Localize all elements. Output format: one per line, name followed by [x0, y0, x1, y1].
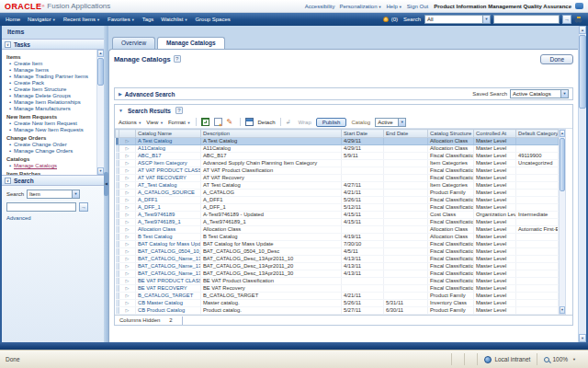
table-row[interactable]: ▷A_Test9746189_1A_Test9746189_14/15/11Fi…: [116, 219, 559, 226]
table-row[interactable]: ▷Allocation ClassAllocation ClassAllocat…: [116, 226, 559, 234]
scroll-thumb[interactable]: [560, 138, 565, 191]
catalog-name-link[interactable]: BAT_CATALOG_Name_13Apr...: [136, 263, 201, 270]
task-link-manage-manufacturers[interactable]: Manage Manufacturers: [14, 106, 94, 111]
catalog-name-link[interactable]: A Test Catalog: [136, 138, 201, 145]
nav-item-group-spaces[interactable]: Group Spaces: [195, 17, 230, 22]
actions-menu[interactable]: Actions ▼: [119, 120, 141, 125]
row-expander-icon[interactable]: ▷: [119, 234, 136, 241]
collapse-icon[interactable]: ∨: [5, 41, 11, 48]
catalog-name-link[interactable]: B_CATALOG_TARGET: [136, 293, 201, 300]
publish-button[interactable]: Publish: [316, 118, 347, 127]
row-expander-icon[interactable]: ▷: [119, 263, 136, 270]
catalog-name-link[interactable]: BAT_CATALOG_Name_13Apr...: [136, 256, 201, 263]
table-row[interactable]: ▷B_CATALOG_TARGETB_CATALOG_TARGET4/21/11…: [116, 293, 559, 300]
row-expander-icon[interactable]: ▷: [119, 145, 136, 153]
table-row[interactable]: ▷AT VAT RECOVERYAT VAT RecoveryFiscal Cl…: [116, 175, 559, 182]
advanced-find-icon[interactable]: [574, 16, 582, 24]
catalog-name-link[interactable]: AT VAT PRODUCT CLASSIFI...: [136, 167, 201, 175]
catalog-name-link[interactable]: A_Test9746189: [136, 212, 201, 219]
catalog-name-link[interactable]: BE VAT RECOVERY: [136, 285, 201, 293]
table-row[interactable]: ▷BAT_CATALOG_Name_13Apr...BAT_CATALOG_De…: [116, 263, 559, 270]
scroll-thumb[interactable]: [579, 35, 586, 109]
row-expander-icon[interactable]: ▷: [119, 285, 136, 293]
column-header-catalog-name[interactable]: Catalog Name: [136, 130, 201, 138]
table-row[interactable]: ▷AT VAT PRODUCT CLASSIFI...AT VAT Produc…: [116, 167, 559, 175]
catalog-name-link[interactable]: A_DFF1: [136, 197, 201, 204]
catalog-name-link[interactable]: BAT_CATALOG_0504_10_Na...: [136, 248, 201, 256]
task-link-manage-new-item-requests[interactable]: Manage New Item Requests: [14, 127, 94, 132]
table-row[interactable]: ▷A11CatalogA11Catalog4/29/11Allocation C…: [116, 145, 559, 153]
header-link-personalization[interactable]: Personalization▼: [340, 4, 382, 9]
task-link-create-change-order[interactable]: Create Change Order: [14, 142, 94, 147]
row-expander-icon[interactable]: ▷: [119, 226, 136, 234]
nav-item-tags[interactable]: Tags: [142, 17, 154, 22]
search-accordion-header[interactable]: ∨ Search: [2, 175, 104, 186]
row-expander-icon[interactable]: ▷: [119, 219, 136, 226]
view-menu[interactable]: View ▼: [146, 120, 164, 125]
table-row[interactable]: ▷BE VAT PRODUCT CLASSIFIC...BE VAT Produ…: [116, 278, 559, 285]
sidebar-search-go-button[interactable]: →: [79, 202, 88, 212]
nav-item-navigator[interactable]: Navigator▼: [28, 17, 56, 22]
nav-search-scope-select[interactable]: All ▼: [424, 15, 491, 24]
catalog-name-link[interactable]: B Test Catalog: [136, 234, 201, 241]
table-row[interactable]: ▷A_Test9746189A-Test9746189 - Updated4/1…: [116, 212, 559, 219]
help-icon[interactable]: ?: [175, 107, 183, 114]
catalog-name-link[interactable]: BAT Catalog for Mass Update: [136, 241, 201, 248]
column-header-start-date[interactable]: Start Date: [342, 130, 384, 138]
nav-search-input[interactable]: [493, 15, 560, 24]
column-header-controlled-at[interactable]: Controlled At: [474, 130, 516, 138]
edit-pencil-icon[interactable]: ✎: [227, 118, 235, 126]
row-expander-icon[interactable]: ▷: [119, 307, 136, 315]
notifications-bell-icon[interactable]: [383, 17, 389, 22]
row-expander-icon[interactable]: ▷: [119, 204, 136, 212]
catalog-name-link[interactable]: AT_Test Catalog: [136, 182, 201, 190]
row-expander-icon[interactable]: ▷: [119, 197, 136, 204]
catalog-name-link[interactable]: A11Catalog: [136, 145, 201, 153]
nav-search-go-button[interactable]: →: [562, 15, 571, 24]
table-row[interactable]: ▷BAT Catalog for Mass UpdateBAT Catalog …: [116, 241, 559, 248]
frozen-column-splitter[interactable]: [182, 316, 183, 325]
nav-item-home[interactable]: Home: [6, 17, 20, 22]
tasks-scrollbar[interactable]: ▲ ▼: [96, 50, 104, 175]
table-row[interactable]: ▷BAT_CATALOG_Name_13Apr...BAT_CATALOG_De…: [116, 256, 559, 263]
catalog-name-link[interactable]: ABC_B17: [136, 153, 201, 160]
zoom-control[interactable]: 100% ▼: [537, 353, 582, 365]
done-button[interactable]: Done: [540, 54, 573, 64]
row-expander-icon[interactable]: ▷: [119, 190, 136, 197]
table-row[interactable]: ▷ASCP Item CategoryAdvanced Supply Chain…: [116, 160, 559, 167]
row-expander-icon[interactable]: ▷: [119, 212, 136, 219]
header-link-accessibility[interactable]: Accessibility: [305, 4, 335, 9]
task-link-manage-items[interactable]: Manage Items: [14, 67, 94, 73]
table-scrollbar[interactable]: ▲ ▼: [559, 129, 566, 315]
scroll-down-icon[interactable]: ▼: [560, 306, 565, 314]
sidebar-search-scope-select[interactable]: Item ▼: [27, 190, 80, 199]
page-scrollbar[interactable]: ▲ ▼: [578, 26, 586, 342]
row-expander-icon[interactable]: ▷: [119, 293, 136, 300]
task-link-manage-change-orders[interactable]: Manage Change Orders: [14, 148, 94, 154]
nav-item-favorites[interactable]: Favorites▼: [107, 17, 135, 22]
catalog-name-link[interactable]: BE VAT PRODUCT CLASSIFIC...: [136, 278, 201, 285]
task-link-create-item[interactable]: Create Item: [14, 61, 94, 66]
detach-button[interactable]: Detach: [258, 120, 276, 125]
scroll-up-icon[interactable]: ▲: [97, 50, 104, 57]
advanced-search-title[interactable]: Advanced Search: [125, 91, 175, 98]
catalog-name-link[interactable]: A_DFF_1: [136, 204, 201, 212]
export-to-excel-icon[interactable]: [201, 118, 209, 126]
column-header-description[interactable]: Description: [201, 130, 342, 138]
header-link-sign-out[interactable]: Sign Out: [407, 4, 428, 9]
table-row[interactable]: ▷CB Master CatalogMaster catalog.5/26/11…: [116, 300, 559, 307]
row-expander-icon[interactable]: ▷: [119, 278, 136, 285]
sidebar-search-input[interactable]: [6, 202, 76, 212]
saved-search-select[interactable]: Active Catalogs ▼: [510, 89, 569, 98]
nav-item-recent-items[interactable]: Recent Items▼: [63, 17, 100, 22]
row-expander-icon[interactable]: ▷: [119, 241, 136, 248]
scroll-down-icon[interactable]: ▼: [97, 167, 104, 175]
column-header-end-date[interactable]: End Date: [384, 130, 428, 138]
row-expander-icon[interactable]: ▷: [119, 160, 136, 167]
nav-item-watchlist[interactable]: Watchlist▼: [161, 17, 187, 22]
row-expander-icon[interactable]: ▷: [119, 182, 136, 190]
catalog-name-link[interactable]: Allocation Class: [136, 226, 201, 234]
tasks-accordion-header[interactable]: ∨ Tasks: [2, 39, 104, 50]
tab-manage-catalogs[interactable]: Manage Catalogs: [157, 37, 224, 49]
row-expander-icon[interactable]: ▷: [119, 153, 136, 160]
